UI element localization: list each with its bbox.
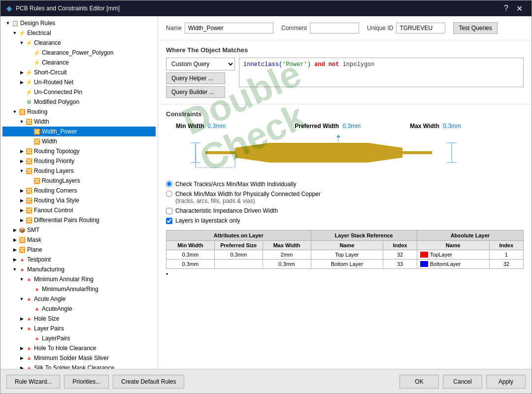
expand-icon[interactable]: ▶ — [11, 227, 18, 233]
tree-item-hole-size[interactable]: ▶ 🔺 Hole Size — [2, 314, 156, 324]
expand-icon[interactable]: ▼ — [18, 325, 25, 332]
rule-icon: ⚡ — [33, 49, 41, 57]
radio-label-2-container: Check Min/Max Width for Physically Conne… — [175, 191, 321, 204]
expand-icon[interactable]: ▶ — [18, 158, 25, 164]
tree-item-mask[interactable]: ▶ 🔀 Mask — [2, 235, 156, 245]
right-panel: DoubleCheck Name Comment Unique ID Test … — [158, 16, 532, 369]
query-helper-button[interactable]: Query Helper ... — [166, 72, 225, 84]
name-input[interactable] — [185, 23, 273, 33]
checkbox-layerstack[interactable] — [166, 218, 172, 224]
comment-input[interactable] — [310, 23, 359, 33]
expand-icon[interactable]: ▼ — [11, 266, 18, 273]
tree-item-clearance[interactable]: ▼ ⚡ Clearance — [2, 38, 156, 48]
tree-item-design-rules[interactable]: ▼ 📋 Design Rules — [2, 18, 156, 28]
expand-icon[interactable]: ▶ — [18, 315, 25, 322]
checkbox-impedance[interactable] — [166, 208, 172, 214]
expand-icon[interactable]: ▼ — [4, 20, 11, 27]
tree-item-width[interactable]: 🔀 Width — [2, 136, 156, 146]
tree-item-layer-pairs[interactable]: ▼ 🔺 Layer Pairs — [2, 324, 156, 333]
tree-item-min-annular[interactable]: ▼ 🔺 Minimum Annular Ring — [2, 274, 156, 284]
help-button[interactable]: ? — [501, 3, 511, 14]
tree-item-routing-priority[interactable]: ▶ 🔀 Routing Priority — [2, 156, 156, 166]
expand-icon — [26, 305, 33, 312]
tree-item-width-power[interactable]: 🔀 Width_Power — [2, 127, 156, 136]
test-queries-button[interactable]: Test Queries — [453, 22, 497, 34]
tree-item-electrical[interactable]: ▼ ⚡ Electrical — [2, 28, 156, 38]
abs-layer-name: BottomLayer — [430, 261, 461, 267]
expand-icon[interactable]: ▶ — [18, 345, 25, 352]
priorities-button[interactable]: Priorities... — [64, 375, 109, 389]
create-defaults-button[interactable]: Create Default Rules — [113, 375, 184, 389]
tree-item-short-circuit[interactable]: ▶ ⚡ Short-Circuit — [2, 67, 156, 77]
table-row[interactable]: 0.3mm 0.3mm 2mm Top Layer 32 TopLayer 1 — [166, 250, 524, 259]
expand-icon[interactable]: ▶ — [11, 246, 18, 253]
expand-icon[interactable]: ▼ — [18, 167, 25, 174]
expand-icon[interactable]: ▶ — [18, 69, 25, 76]
tree-item-routing[interactable]: ▼ 🔀 Routing — [2, 107, 156, 117]
expand-icon[interactable]: ▶ — [11, 236, 18, 243]
ok-button[interactable]: OK — [399, 375, 439, 389]
tree-item-modified[interactable]: ⚙ Modified Polygon — [2, 97, 156, 107]
rule-icon: 🔺 — [33, 285, 41, 293]
tree-item-manufacturing[interactable]: ▼ 🔺 Manufacturing — [2, 264, 156, 274]
radio-physical-copper[interactable] — [166, 191, 172, 197]
expand-icon[interactable]: ▶ — [18, 217, 25, 224]
radio-tracks-arcs[interactable] — [166, 181, 172, 187]
tree-item-testpoint[interactable]: ▶ 🔺 Testpoint — [2, 255, 156, 264]
apply-button[interactable]: Apply — [486, 375, 526, 389]
tree-item-plane[interactable]: ▶ 🔀 Plane — [2, 245, 156, 255]
uid-input[interactable] — [396, 23, 445, 33]
cancel-button[interactable]: Cancel — [443, 375, 482, 389]
tree-item-routing-layers-item[interactable]: 🔀 RoutingLayers — [2, 176, 156, 186]
tree-item-routing-corners[interactable]: ▶ 🔀 Routing Corners — [2, 186, 156, 196]
tree-item-routing-layers[interactable]: ▼ 🔀 Routing Layers — [2, 166, 156, 176]
close-button[interactable]: ✕ — [513, 3, 526, 14]
expand-icon[interactable]: ▶ — [18, 197, 25, 204]
expand-icon[interactable]: ▶ — [18, 364, 25, 369]
tree-label: Hole Size — [33, 315, 59, 322]
tree-item-layer-pairs-item[interactable]: 🔺 LayerPairs — [2, 333, 156, 343]
rule-wizard-button[interactable]: Rule Wizard... — [6, 375, 60, 389]
col-name2: Name — [417, 241, 490, 250]
tree-view[interactable]: ▼ 📋 Design Rules ▼ ⚡ Electrical ▼ ⚡ Clea… — [0, 16, 158, 369]
expand-icon[interactable]: ▼ — [18, 296, 25, 302]
expand-icon[interactable]: ▶ — [18, 187, 25, 194]
query-builder-button[interactable]: Query Builder ... — [166, 86, 225, 98]
tree-item-smt[interactable]: ▶ 📦 SMT — [2, 225, 156, 235]
rule-icon: 🔺 — [25, 354, 33, 362]
expand-icon[interactable]: ▼ — [11, 30, 18, 36]
color-swatch-red — [420, 252, 428, 258]
tree-item-fanout[interactable]: ▶ 🔀 Fanout Control — [2, 205, 156, 215]
expand-icon[interactable]: ▶ — [11, 256, 18, 263]
tree-item-min-annular-item[interactable]: 🔺 MinimumAnnularRing — [2, 284, 156, 294]
tree-item-acute-angle-item[interactable]: 🔺 AcuteAngle — [2, 304, 156, 314]
tree-item-clearance-power[interactable]: ⚡ Clearance_Power_Polygon — [2, 48, 156, 58]
expand-icon[interactable]: ▼ — [18, 276, 25, 283]
tree-label: Mask — [26, 236, 41, 243]
expand-icon[interactable]: ▶ — [18, 207, 25, 214]
tree-item-routing-via[interactable]: ▶ 🔀 Routing Via Style — [2, 196, 156, 205]
tree-label: Manufacturing — [26, 266, 65, 273]
tree-item-unrouted[interactable]: ▶ ⚡ Un-Routed Net — [2, 77, 156, 87]
expand-icon[interactable]: ▼ — [18, 118, 25, 125]
table-row[interactable]: 0.3mm 0.3mm Bottom Layer 33 BottomLayer … — [166, 259, 524, 269]
expand-icon[interactable]: ▶ — [18, 355, 25, 361]
expand-icon[interactable]: ▼ — [18, 39, 25, 46]
expand-icon[interactable]: ▶ — [18, 148, 25, 155]
query-code-box[interactable]: innetclass('Power') and not inpolygon — [239, 58, 524, 87]
tree-item-min-solder-mask[interactable]: ▶ 🔺 Minimum Solder Mask Sliver — [2, 353, 156, 363]
tree-item-acute-angle[interactable]: ▼ 🔺 Acute Angle — [2, 294, 156, 304]
tree-item-unconnected[interactable]: ⚡ Un-Connected Pin — [2, 87, 156, 97]
expand-icon[interactable]: ▶ — [18, 79, 25, 86]
query-dropdown[interactable]: Custom Query Query Helper Query Builder — [166, 58, 235, 70]
tree-item-hole-to-hole[interactable]: ▶ 🔺 Hole To Hole Clearance — [2, 343, 156, 353]
tree-item-clearance2[interactable]: ⚡ Clearance — [2, 58, 156, 67]
tree-item-silk-solder[interactable]: ▶ 🔺 Silk To Solder Mask Clearance — [2, 363, 156, 369]
tree-item-width-group[interactable]: ▼ 🔀 Width — [2, 117, 156, 127]
cell-abs-name: TopLayer — [417, 250, 490, 259]
rule-icon: 🔺 — [25, 295, 33, 303]
expand-icon[interactable]: ▼ — [11, 108, 18, 115]
tree-item-diff-pairs[interactable]: ▶ 🔀 Differential Pairs Routing — [2, 215, 156, 225]
tree-label: Routing Topology — [33, 148, 80, 155]
tree-item-routing-topology[interactable]: ▶ 🔀 Routing Topology — [2, 146, 156, 156]
